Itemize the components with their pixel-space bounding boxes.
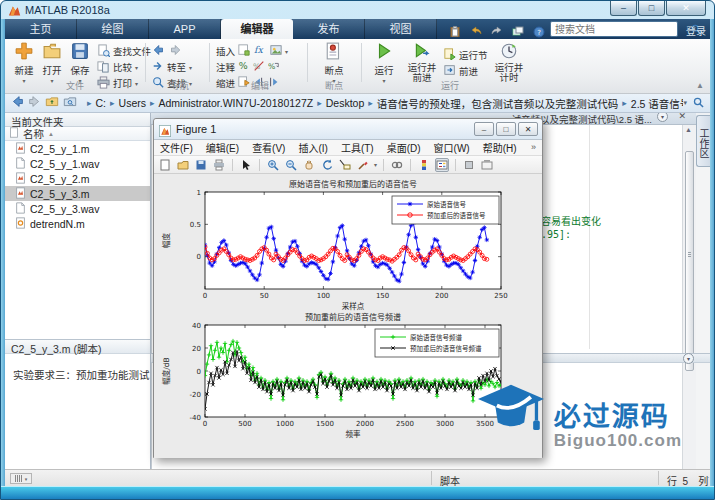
current-folder-title[interactable]: 当前文件夹 [5,113,150,127]
open-button[interactable]: 打开▾ [39,42,65,84]
zoom-in-icon[interactable] [266,158,280,172]
redo-icon[interactable] [489,25,505,39]
back-icon[interactable] [152,44,164,58]
print-figure-icon[interactable] [212,158,226,172]
insert-function-icon[interactable]: fx [253,44,267,58]
breadcrumb-segment[interactable]: Administrator.WIN7U-20180127Z [159,97,314,109]
file-item[interactable]: C2_5_y_3.m [5,186,150,201]
breadcrumb-segment[interactable]: 2.5 语音信号的预处理 [631,96,684,111]
sign-in-link[interactable]: 登录 [686,23,706,38]
breadcrumb-segment[interactable]: Users [119,97,146,109]
run-time-button[interactable]: 运行并计时 [491,42,527,83]
breadcrumb-sep-icon[interactable]: ▸ [622,98,627,108]
comment-row[interactable]: 注释 % % % [216,60,280,74]
run-section-button[interactable]: 运行节 [444,48,488,62]
file-item[interactable]: C2_5_y_3.wav [5,201,150,216]
save-button[interactable]: 保存▾ [67,42,93,84]
ribbon-tab-视图[interactable]: 视图 [365,19,437,39]
pan-icon[interactable] [302,158,316,172]
figure-menu-item[interactable]: 窗口(W) [434,140,470,155]
statusbar-widget[interactable]: ▾ [10,473,32,484]
forward-icon[interactable] [170,44,182,58]
run-button[interactable]: 运行▾ [368,42,400,84]
editor-scroll-thumb[interactable] [685,151,694,371]
figure-close-button[interactable]: ✕ [518,122,538,136]
collapse-ribbon-icon[interactable]: ▲ [696,81,704,90]
breadcrumb[interactable]: ▸C:▸Users▸Administrator.WIN7U-20180127Z▸… [83,96,683,111]
breadcrumb-sep-icon[interactable]: ▸ [150,98,155,108]
data-cursor-icon[interactable] [338,158,352,172]
figure-menu-item[interactable]: 文件(F) [160,140,193,155]
scroll-up-icon[interactable]: ▲ [685,126,692,133]
uncomment-icon[interactable]: % [253,60,265,74]
file-item[interactable]: C2_5_y_1.m [5,141,150,156]
file-item[interactable]: detrendN.m [5,216,150,231]
undo-icon[interactable] [468,25,484,39]
breadcrumb-segment[interactable]: C: [96,97,107,109]
folder-up-icon[interactable] [45,94,59,112]
new-button[interactable]: 新建▾ [11,42,37,84]
save-figure-icon[interactable] [194,158,208,172]
browse-folder-icon[interactable] [63,94,77,112]
switch-windows-icon[interactable] [510,25,526,39]
rotate3d-icon[interactable] [320,158,334,172]
figure-menu-item[interactable]: 插入(I) [298,140,327,155]
paste-icon[interactable] [447,25,463,39]
undock-icon[interactable] [480,158,494,172]
address-search-icon[interactable] [693,94,704,112]
editor-scrollbar[interactable]: ▲ [682,125,696,469]
folder-back-icon[interactable] [11,94,24,112]
name-column-header[interactable]: 名称 ▲ [5,127,150,141]
breadcrumb-sep-icon[interactable]: ▸ [110,98,115,108]
comment-icon[interactable]: % [238,60,250,74]
breadcrumb-segment[interactable]: 语音信号的预处理，包含测试音频以及完整测试代码 [377,96,619,111]
find-files-button[interactable]: 查找文件 [97,44,151,58]
figure-minimize-button[interactable]: – [474,122,494,136]
breadcrumb-sep-icon[interactable]: ▸ [317,98,322,108]
menu-overflow-icon[interactable]: » [531,142,536,152]
goto-button[interactable]: 转至▾ [152,60,192,74]
resize-grip[interactable]: ⋰ [701,476,709,485]
dock-icon[interactable] [462,158,476,172]
folder-forward-icon[interactable] [28,94,41,112]
breadcrumb-sep-icon[interactable]: ▸ [368,98,373,108]
open-file-icon[interactable] [176,158,190,172]
figure-restore-button[interactable]: □ [496,122,516,136]
file-item[interactable]: C2_5_y_1.wav [5,156,150,171]
compare-button[interactable]: 比较▾ [97,60,138,74]
maximize-button[interactable]: □ [638,1,665,16]
breadcrumb-segment[interactable]: Desktop [326,97,365,109]
ribbon-tab-APP[interactable]: APP [149,19,221,39]
figure-titlebar[interactable]: Figure 1 – □ ✕ [154,119,542,140]
ribbon-tab-绘图[interactable]: 绘图 [77,19,149,39]
insert-image-icon[interactable] [270,44,282,58]
cursor-icon[interactable] [239,158,253,172]
breadcrumb-sep-icon[interactable]: ▸ [87,98,92,108]
breakpoints-button[interactable]: 断点▾ [314,42,354,84]
figure-menu-item[interactable]: 编辑(E) [206,140,239,155]
brush-icon[interactable] [356,158,370,172]
brush-dropdown-icon[interactable]: ▾ [374,161,377,168]
doc-search-input[interactable] [551,24,691,35]
insert-section-icon[interactable] [238,44,250,58]
wrap-comment-icon[interactable]: % [268,60,280,74]
figure-menu-item[interactable]: 查看(V) [252,140,285,155]
ribbon-tab-编辑器[interactable]: 编辑器 [221,19,293,39]
minimize-button[interactable]: – [610,1,637,16]
figure-menu-item[interactable]: 帮助(H) [483,140,517,155]
advance-button[interactable]: 前进 [444,64,478,78]
breadcrumb-dropdown-icon[interactable]: ▾ [683,99,687,107]
app-titlebar[interactable]: MATLAB R2018a – □ ✕ [1,1,714,19]
nav-arrows[interactable] [152,44,182,58]
figure-menu-item[interactable]: 工具(T) [341,140,374,155]
figure-menu-item[interactable]: 桌面(D) [387,140,421,155]
close-button[interactable]: ✕ [666,1,706,16]
legend-icon[interactable] [435,158,449,172]
zoom-out-icon[interactable] [284,158,298,172]
help-icon[interactable]: ? [531,25,547,39]
workspace-collapsed-tab[interactable]: 工作区 [696,115,711,167]
split-dropdown-icon[interactable]: ▾ [683,353,694,364]
ribbon-tab-主页[interactable]: 主页 [5,19,77,39]
link-plot-icon[interactable] [390,158,404,172]
new-figure-icon[interactable] [158,158,172,172]
